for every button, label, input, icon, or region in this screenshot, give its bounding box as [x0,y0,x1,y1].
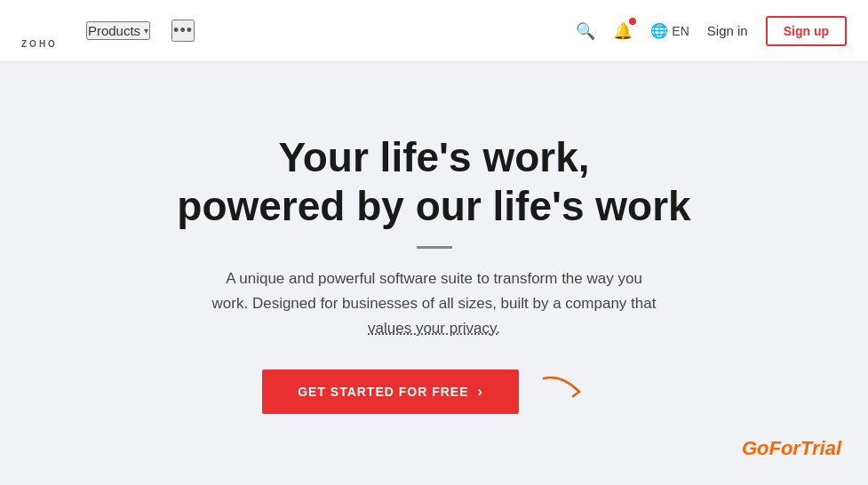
hero-title-line2: powered by our life's work [177,183,690,229]
hero-divider [417,246,452,249]
signin-button[interactable]: Sign in [707,23,748,38]
arrow-svg [535,370,606,414]
hero-cta-area: GET STARTED FOR FREE › [262,370,606,414]
hero-section: Your life's work, powered by our life's … [0,62,868,485]
get-started-label: GET STARTED FOR FREE [298,385,468,399]
hero-subtitle: A unique and powerful software suite to … [212,266,657,341]
nav-icons: 🔍 🔔 🌐 EN Sign in Sign up [576,16,847,46]
cta-arrow-icon: › [478,384,483,400]
privacy-link[interactable]: values your privacy. [368,320,500,337]
more-menu-button[interactable]: ••• [171,20,195,42]
lang-label: EN [672,24,689,38]
signup-label: Sign up [784,24,829,38]
navbar: ZOHO Products ▾ ••• 🔍 🔔 🌐 EN Sign in Sig… [0,0,868,62]
products-menu-button[interactable]: Products ▾ [86,21,150,40]
more-dots-label: ••• [173,21,193,39]
notification-badge [629,18,636,25]
search-icon: 🔍 [576,21,595,41]
logo-sq-green [41,12,56,24]
search-button[interactable]: 🔍 [576,21,595,41]
logo-squares [23,12,55,37]
logo-text: ZOHO [21,39,58,49]
hero-title-line1: Your life's work, [278,134,589,180]
chevron-down-icon: ▾ [144,26,148,36]
signup-button[interactable]: Sign up [766,16,847,46]
logo-sq-red [23,12,38,24]
products-label: Products [88,23,140,38]
hero-subtitle-text: A unique and powerful software suite to … [212,270,657,312]
gofortrial-watermark: GoForTrial [742,437,841,460]
logo-sq-yellow [41,27,56,38]
arrow-annotation [535,370,606,414]
logo[interactable]: ZOHO [21,12,58,49]
get-started-button[interactable]: GET STARTED FOR FREE › [262,370,519,414]
signin-label: Sign in [707,23,748,38]
language-button[interactable]: 🌐 EN [650,22,689,39]
logo-sq-blue [23,27,38,38]
hero-title: Your life's work, powered by our life's … [177,133,690,231]
globe-icon: 🌐 [650,22,668,39]
notifications-button[interactable]: 🔔 [613,21,633,41]
